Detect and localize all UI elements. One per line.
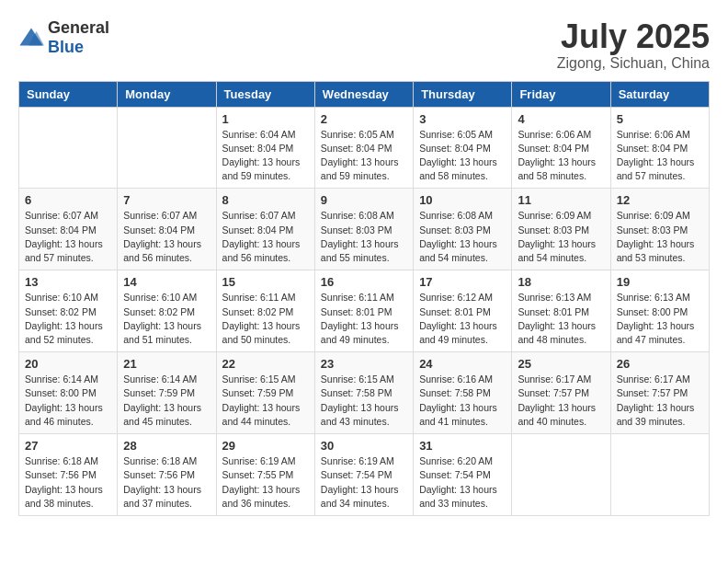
day-number: 29 [222,439,309,453]
calendar-day-header: Saturday [610,81,709,107]
day-number: 11 [518,193,604,207]
main-title: July 2025 [557,18,710,55]
calendar-day-header: Monday [118,81,216,107]
calendar-cell: 29Sunrise: 6:19 AMSunset: 7:55 PMDayligh… [216,434,314,516]
calendar-table: SundayMondayTuesdayWednesdayThursdayFrid… [18,81,710,516]
calendar-cell: 8Sunrise: 6:07 AMSunset: 8:04 PMDaylight… [216,189,314,270]
day-info: Sunrise: 6:16 AMSunset: 7:58 PMDaylight:… [419,373,506,429]
day-info: Sunrise: 6:06 AMSunset: 8:04 PMDaylight:… [617,128,703,184]
calendar-cell: 26Sunrise: 6:17 AMSunset: 7:57 PMDayligh… [610,352,709,434]
calendar-cell: 25Sunrise: 6:17 AMSunset: 7:57 PMDayligh… [512,352,610,434]
day-number: 7 [123,193,210,207]
day-info: Sunrise: 6:09 AMSunset: 8:03 PMDaylight:… [518,209,604,265]
day-number: 8 [222,193,309,207]
calendar-cell: 22Sunrise: 6:15 AMSunset: 7:59 PMDayligh… [216,352,314,434]
calendar-cell: 19Sunrise: 6:13 AMSunset: 8:00 PMDayligh… [610,270,709,352]
logo-general: General [48,18,109,37]
day-info: Sunrise: 6:12 AMSunset: 8:01 PMDaylight:… [419,291,506,347]
day-info: Sunrise: 6:17 AMSunset: 7:57 PMDaylight:… [617,373,703,429]
day-number: 10 [419,193,506,207]
day-number: 2 [321,112,407,126]
page-header: General Blue July 2025 Zigong, Sichuan, … [18,18,710,72]
day-number: 4 [518,112,604,126]
day-number: 30 [321,439,407,453]
day-info: Sunrise: 6:17 AMSunset: 7:57 PMDaylight:… [518,373,604,429]
calendar-header-row: SundayMondayTuesdayWednesdayThursdayFrid… [19,81,710,107]
calendar-cell: 23Sunrise: 6:15 AMSunset: 7:58 PMDayligh… [314,352,413,434]
day-info: Sunrise: 6:11 AMSunset: 8:01 PMDaylight:… [321,291,407,347]
day-info: Sunrise: 6:20 AMSunset: 7:54 PMDaylight:… [419,454,506,511]
day-number: 3 [419,112,506,126]
day-number: 15 [222,275,309,289]
day-number: 27 [25,439,111,453]
calendar-cell: 14Sunrise: 6:10 AMSunset: 8:02 PMDayligh… [118,270,216,352]
day-number: 14 [123,275,210,289]
day-info: Sunrise: 6:10 AMSunset: 8:02 PMDaylight:… [123,291,210,347]
day-info: Sunrise: 6:15 AMSunset: 7:58 PMDaylight:… [321,373,407,429]
logo: General Blue [18,18,109,57]
day-info: Sunrise: 6:14 AMSunset: 7:59 PMDaylight:… [123,373,210,429]
day-number: 26 [617,357,703,371]
logo-blue: Blue [48,38,84,56]
day-info: Sunrise: 6:05 AMSunset: 8:04 PMDaylight:… [321,128,407,184]
calendar-week-row: 20Sunrise: 6:14 AMSunset: 8:00 PMDayligh… [19,352,710,434]
day-info: Sunrise: 6:04 AMSunset: 8:04 PMDaylight:… [222,128,309,184]
day-number: 24 [419,357,506,371]
day-number: 9 [321,193,407,207]
calendar-cell: 24Sunrise: 6:16 AMSunset: 7:58 PMDayligh… [414,352,512,434]
calendar-cell: 20Sunrise: 6:14 AMSunset: 8:00 PMDayligh… [19,352,118,434]
calendar-cell [512,434,610,516]
day-info: Sunrise: 6:07 AMSunset: 8:04 PMDaylight:… [123,209,210,265]
calendar-cell: 30Sunrise: 6:19 AMSunset: 7:54 PMDayligh… [314,434,413,516]
calendar-day-header: Tuesday [216,81,314,107]
day-info: Sunrise: 6:08 AMSunset: 8:03 PMDaylight:… [321,209,407,265]
calendar-cell: 28Sunrise: 6:18 AMSunset: 7:56 PMDayligh… [118,434,216,516]
calendar-cell: 31Sunrise: 6:20 AMSunset: 7:54 PMDayligh… [414,434,512,516]
calendar-day-header: Sunday [19,81,118,107]
calendar-cell: 7Sunrise: 6:07 AMSunset: 8:04 PMDaylight… [118,189,216,270]
calendar-cell: 2Sunrise: 6:05 AMSunset: 8:04 PMDaylight… [314,107,413,189]
day-info: Sunrise: 6:18 AMSunset: 7:56 PMDaylight:… [25,454,111,511]
calendar-cell: 4Sunrise: 6:06 AMSunset: 8:04 PMDaylight… [512,107,610,189]
day-number: 23 [321,357,407,371]
calendar-cell: 15Sunrise: 6:11 AMSunset: 8:02 PMDayligh… [216,270,314,352]
day-number: 31 [419,439,506,453]
day-info: Sunrise: 6:14 AMSunset: 8:00 PMDaylight:… [25,373,111,429]
day-info: Sunrise: 6:09 AMSunset: 8:03 PMDaylight:… [617,209,703,265]
day-info: Sunrise: 6:15 AMSunset: 7:59 PMDaylight:… [222,373,309,429]
day-info: Sunrise: 6:07 AMSunset: 8:04 PMDaylight:… [222,209,309,265]
calendar-cell [118,107,216,189]
logo-icon [18,25,44,51]
day-number: 1 [222,112,309,126]
day-number: 17 [419,275,506,289]
calendar-cell: 18Sunrise: 6:13 AMSunset: 8:01 PMDayligh… [512,270,610,352]
day-info: Sunrise: 6:13 AMSunset: 8:01 PMDaylight:… [518,291,604,347]
day-number: 20 [25,357,111,371]
day-info: Sunrise: 6:07 AMSunset: 8:04 PMDaylight:… [25,209,111,265]
day-number: 25 [518,357,604,371]
day-number: 28 [123,439,210,453]
day-info: Sunrise: 6:19 AMSunset: 7:54 PMDaylight:… [321,454,407,511]
day-info: Sunrise: 6:19 AMSunset: 7:55 PMDaylight:… [222,454,309,511]
calendar-cell: 10Sunrise: 6:08 AMSunset: 8:03 PMDayligh… [414,189,512,270]
calendar-cell: 27Sunrise: 6:18 AMSunset: 7:56 PMDayligh… [19,434,118,516]
calendar-day-header: Friday [512,81,610,107]
day-info: Sunrise: 6:11 AMSunset: 8:02 PMDaylight:… [222,291,309,347]
day-number: 19 [617,275,703,289]
calendar-cell: 11Sunrise: 6:09 AMSunset: 8:03 PMDayligh… [512,189,610,270]
day-number: 21 [123,357,210,371]
calendar-cell: 21Sunrise: 6:14 AMSunset: 7:59 PMDayligh… [118,352,216,434]
day-info: Sunrise: 6:06 AMSunset: 8:04 PMDaylight:… [518,128,604,184]
day-info: Sunrise: 6:05 AMSunset: 8:04 PMDaylight:… [419,128,506,184]
calendar-week-row: 13Sunrise: 6:10 AMSunset: 8:02 PMDayligh… [19,270,710,352]
calendar-week-row: 6Sunrise: 6:07 AMSunset: 8:04 PMDaylight… [19,189,710,270]
day-info: Sunrise: 6:18 AMSunset: 7:56 PMDaylight:… [123,454,210,511]
calendar-day-header: Wednesday [314,81,413,107]
day-info: Sunrise: 6:10 AMSunset: 8:02 PMDaylight:… [25,291,111,347]
day-number: 18 [518,275,604,289]
day-number: 13 [25,275,111,289]
calendar-week-row: 1Sunrise: 6:04 AMSunset: 8:04 PMDaylight… [19,107,710,189]
calendar-cell [19,107,118,189]
calendar-cell: 1Sunrise: 6:04 AMSunset: 8:04 PMDaylight… [216,107,314,189]
calendar-cell [610,434,709,516]
